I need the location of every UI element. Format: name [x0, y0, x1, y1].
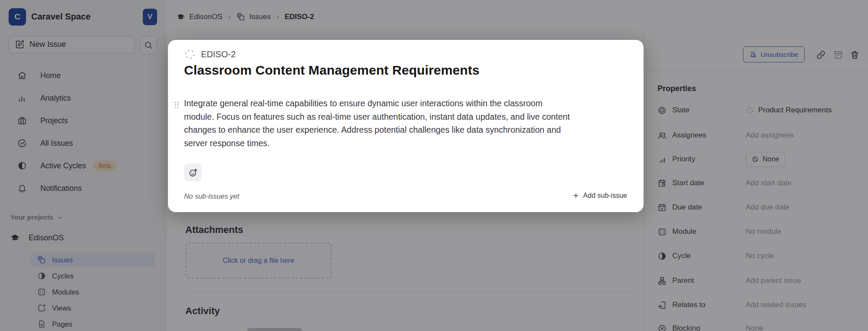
description-line: server response times. [184, 137, 627, 150]
description-line: changes to enhance the user experience. … [184, 123, 627, 137]
description-line: module. Focus on features such as real-t… [184, 110, 627, 124]
issue-description[interactable]: Integrate general real-time capabilities… [184, 97, 627, 150]
add-sub-issue-button[interactable]: Add sub-issue [572, 192, 627, 200]
issue-peek-modal: EDISO-2 Classroom Content Management Req… [168, 40, 644, 212]
add-sub-issue-label: Add sub-issue [583, 192, 627, 200]
dashed-circle-icon [184, 49, 195, 60]
app-root: C Caravel Space V New Issue Home Analyti… [0, 0, 868, 331]
description-line: Integrate general real-time capabilities… [184, 97, 627, 110]
issue-id-row: EDISO-2 [184, 49, 236, 60]
plus-icon [572, 192, 579, 199]
smile-plus-icon [188, 168, 198, 177]
issue-id: EDISO-2 [201, 49, 236, 59]
drag-handle-icon[interactable] [172, 100, 181, 110]
issue-title[interactable]: Classroom Content Management Requirement… [184, 63, 480, 78]
add-reaction-button[interactable] [184, 164, 202, 181]
sub-issues-empty-text: No sub-issues yet [184, 193, 239, 200]
